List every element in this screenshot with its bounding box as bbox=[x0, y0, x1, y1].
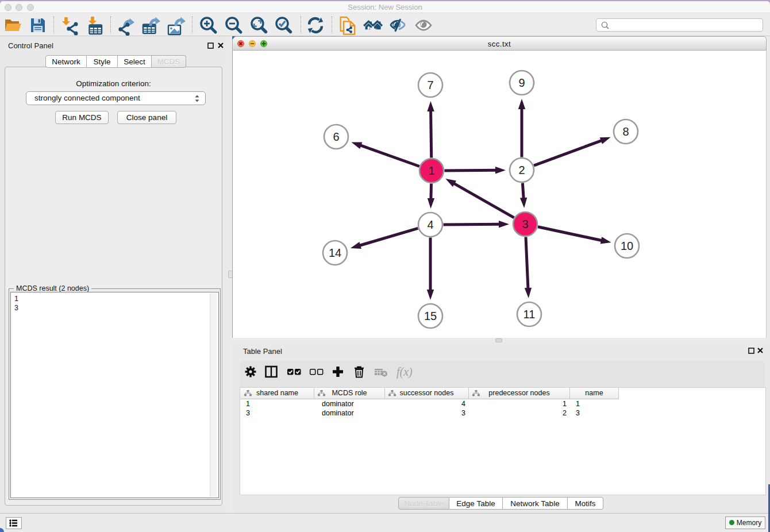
svg-text:10: 10 bbox=[621, 240, 633, 252]
svg-text:3: 3 bbox=[522, 218, 528, 230]
svg-text:8: 8 bbox=[622, 125, 629, 138]
svg-text:7: 7 bbox=[427, 79, 433, 91]
svg-text:4: 4 bbox=[427, 218, 433, 231]
svg-text:2: 2 bbox=[518, 164, 525, 176]
svg-text:1: 1 bbox=[428, 164, 434, 177]
svg-text:14: 14 bbox=[329, 246, 341, 259]
svg-text:11: 11 bbox=[523, 308, 536, 321]
svg-text:9: 9 bbox=[518, 76, 525, 89]
svg-text:15: 15 bbox=[424, 310, 437, 322]
svg-text:6: 6 bbox=[333, 130, 339, 143]
